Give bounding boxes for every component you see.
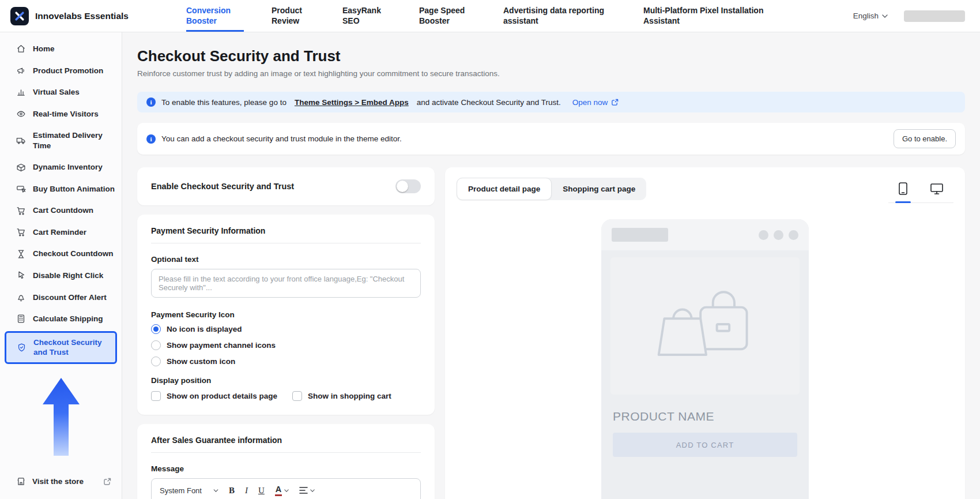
- main-content: Checkout Security and Trust Reinforce cu…: [122, 32, 980, 499]
- italic-button[interactable]: I: [245, 486, 248, 496]
- nav-tab-multi-platform-pixel[interactable]: Multi-Platform Pixel Installation Assist…: [643, 0, 785, 32]
- nav-tab-page-speed-booster[interactable]: Page Speed Booster: [419, 0, 476, 32]
- language-label: English: [853, 12, 879, 20]
- box-icon: [16, 163, 26, 172]
- align-left-icon: [299, 487, 308, 494]
- settings-column: Enable Checkout Security and Trust Payme…: [137, 167, 435, 499]
- info-icon: i: [146, 97, 156, 107]
- optional-text-input[interactable]: [151, 269, 421, 298]
- sidebar-item-buy-button-animation[interactable]: Buy Button Animation: [0, 178, 122, 200]
- tab-shopping-cart-page[interactable]: Shopping cart page: [552, 178, 646, 200]
- cart-bell-icon: [16, 227, 26, 237]
- storefront-icon: [16, 477, 26, 486]
- checkbox-show-on-product-details[interactable]: Show on product details page: [151, 391, 277, 401]
- sidebar: Home Product Promotion Virtual Sales Rea…: [0, 32, 122, 499]
- sidebar-item-checkout-countdown[interactable]: Checkout Countdown: [0, 243, 122, 265]
- tab-product-detail-page[interactable]: Product detail page: [457, 178, 552, 200]
- sidebar-item-cart-countdown[interactable]: Cart Countdown: [0, 200, 122, 222]
- nav-tab-conversion-booster[interactable]: Conversion Booster: [186, 0, 244, 32]
- nav-tab-advertising-data-reporting[interactable]: Advertising data reporting assistant: [503, 0, 616, 32]
- payment-security-card: Payment Security Information Optional te…: [137, 215, 435, 415]
- radio-custom-icon[interactable]: Show custom icon: [151, 357, 421, 366]
- language-selector[interactable]: English: [853, 12, 888, 20]
- page-subtitle: Reinforce customer trust by adding an im…: [137, 69, 965, 78]
- rich-text-editor: System Font B I U A: [151, 478, 421, 499]
- top-nav: Innovelabs Essentials Conversion Booster…: [0, 0, 980, 32]
- visit-store-link[interactable]: Visit the store: [0, 468, 122, 499]
- sidebar-item-virtual-sales[interactable]: Virtual Sales: [0, 81, 122, 103]
- radio-button-icon[interactable]: [151, 357, 161, 366]
- go-to-enable-button[interactable]: Go to enable.: [894, 129, 956, 148]
- page-title: Checkout Security and Trust: [137, 47, 965, 65]
- app-logo-icon: [10, 7, 29, 25]
- theme-editor-banner: i You can add a checkout security and tr…: [137, 123, 965, 155]
- radio-no-icon[interactable]: No icon is displayed: [151, 324, 421, 334]
- external-link-icon: [103, 478, 111, 486]
- optional-text-label: Optional text: [151, 255, 421, 264]
- theme-settings-link[interactable]: Theme Settings > Embed Apps: [295, 98, 409, 107]
- align-button[interactable]: [299, 487, 315, 494]
- enable-label: Enable Checkout Security and Trust: [151, 182, 294, 191]
- preview-card: Product detail page Shopping cart page: [445, 167, 965, 499]
- account-placeholder[interactable]: [904, 10, 965, 22]
- device-toggle: [888, 179, 953, 203]
- payment-security-icon-label: Payment Security Icon: [151, 310, 421, 319]
- checkbox-show-in-shopping-cart[interactable]: Show in shopping cart: [292, 391, 391, 401]
- content-columns: Enable Checkout Security and Trust Payme…: [137, 167, 965, 499]
- desktop-view-button[interactable]: [928, 181, 945, 202]
- placeholder-logo-block: [612, 228, 668, 242]
- sidebar-item-calculate-shipping[interactable]: Calculate Shipping: [0, 308, 122, 330]
- nav-tab-easyrank-seo[interactable]: EasyRank SEO: [342, 0, 391, 32]
- info-icon: i: [146, 134, 156, 144]
- cart-icon: [16, 206, 26, 216]
- truck-icon: [16, 136, 26, 145]
- placeholder-nav-dots: [759, 230, 798, 240]
- sidebar-item-disable-right-click[interactable]: Disable Right Click: [0, 265, 122, 287]
- sidebar-item-discount-offer-alert[interactable]: Discount Offer Alert: [0, 287, 122, 309]
- chevron-down-icon: [213, 489, 218, 492]
- sidebar-item-home[interactable]: Home: [0, 38, 122, 60]
- font-family-select[interactable]: System Font: [160, 486, 218, 495]
- editor-banner-text: You can add a checkout security and trus…: [161, 134, 402, 143]
- sidebar-item-dynamic-inventory[interactable]: Dynamic Inventory: [0, 156, 122, 178]
- desktop-icon: [930, 183, 943, 194]
- after-sales-card: After Sales Guarantee information Messag…: [137, 424, 435, 499]
- sidebar-item-checkout-security-and-trust[interactable]: Checkout Security and Trust: [5, 331, 117, 364]
- checkbox-icon[interactable]: [151, 391, 161, 401]
- product-image-placeholder: [610, 257, 800, 395]
- message-label: Message: [151, 464, 421, 473]
- header-right: English: [853, 0, 965, 32]
- preview-header: Product detail page Shopping cart page: [457, 178, 953, 203]
- eye-icon: [16, 109, 26, 119]
- radio-button-icon[interactable]: [151, 324, 161, 334]
- bold-button[interactable]: B: [229, 486, 235, 496]
- preview-product-name: PRODUCT NAME: [613, 410, 797, 423]
- home-icon: [16, 44, 26, 54]
- add-to-cart-button[interactable]: ADD TO CART: [613, 433, 797, 457]
- phone-header: [601, 219, 809, 250]
- divider: [151, 243, 421, 243]
- hourglass-icon: [16, 249, 26, 259]
- radio-button-icon[interactable]: [151, 340, 161, 350]
- nav-tab-product-review[interactable]: Product Review: [272, 0, 315, 32]
- cursor-icon: [16, 271, 26, 280]
- sidebar-item-cart-reminder[interactable]: Cart Reminder: [0, 222, 122, 243]
- calculator-icon: [16, 314, 26, 324]
- enable-toggle[interactable]: [395, 179, 421, 193]
- text-color-button[interactable]: A: [275, 485, 289, 496]
- checkbox-icon[interactable]: [292, 391, 302, 401]
- app-name: Innovelabs Essentials: [35, 11, 129, 21]
- megaphone-icon: [16, 66, 26, 76]
- mobile-view-button[interactable]: [896, 181, 910, 202]
- external-link-icon: [611, 99, 619, 106]
- divider: [151, 452, 421, 453]
- chevron-down-icon: [284, 489, 289, 492]
- open-now-link[interactable]: Open now: [572, 98, 619, 107]
- chevron-down-icon: [310, 489, 315, 492]
- sidebar-item-realtime-visitors[interactable]: Real-time Visitors: [0, 103, 122, 125]
- sidebar-item-product-promotion[interactable]: Product Promotion: [0, 60, 122, 82]
- sidebar-item-estimated-delivery-time[interactable]: Estimated Delivery Time: [0, 125, 122, 156]
- underline-button[interactable]: U: [258, 486, 265, 496]
- radio-payment-channel-icons[interactable]: Show payment channel icons: [151, 340, 421, 350]
- shield-icon: [17, 343, 27, 352]
